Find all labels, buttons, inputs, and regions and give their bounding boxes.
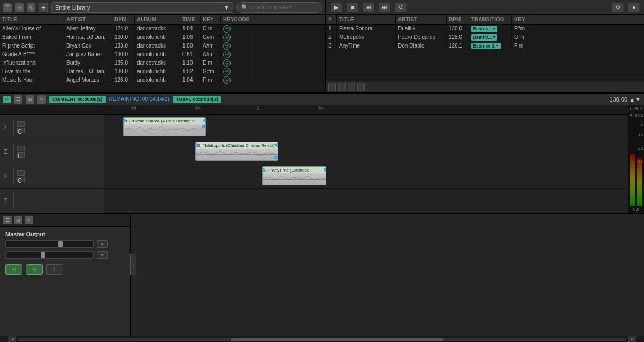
clip-1[interactable]: 1 - "Fiesta Sonora (A.Paul Remix)" b xyxy=(123,117,206,136)
bottom-scrollbar[interactable]: ◀ ▶ xyxy=(0,336,644,342)
beatmix-button[interactable]: Beatmi... ▼ xyxy=(471,26,497,32)
track-sigma-icon-2: Σ xyxy=(2,148,10,156)
tl-list-icon[interactable]: ☰ xyxy=(14,95,22,104)
transport-bar: ▶ ■ ⏮ ⏭ ↺ ⚙ ● xyxy=(326,0,644,15)
beatmix-button[interactable]: Beatmix & ▼ xyxy=(471,43,501,49)
track-solo-2[interactable]: C xyxy=(17,152,25,158)
slider-dropdown-1[interactable]: ▼ xyxy=(97,240,108,248)
timeline-icon[interactable]: C xyxy=(3,96,11,103)
col-header-artist: ARTIST xyxy=(64,15,112,24)
clip-2-bottom-dot[interactable] xyxy=(274,156,278,159)
timeline-content: 64 64 0 64 Σ C xyxy=(0,105,644,213)
loop-button[interactable]: ↺ xyxy=(395,3,407,12)
bottom-scroll-left[interactable]: ◀ xyxy=(8,336,16,343)
settings-button[interactable]: ⚙ xyxy=(612,3,624,12)
track-sigma-icon-1: Σ xyxy=(2,123,10,131)
master-slider-2[interactable] xyxy=(5,251,94,259)
track-area-1[interactable]: 1 - "Fiesta Sonora (A.Paul Remix)" b xyxy=(104,115,628,139)
grid-icon[interactable]: ⊞ xyxy=(15,3,24,12)
track-solo-3[interactable]: C xyxy=(17,177,25,182)
meter-bar-r xyxy=(637,158,642,206)
panel-expand-button[interactable]: ‹ xyxy=(130,254,136,275)
bottom-section: ☰ ⊞ ✎ Master Output ▼ ▼ ●| ●| ||| xyxy=(0,214,644,339)
mixer-edit-icon[interactable]: ✎ xyxy=(25,216,33,224)
options-button[interactable]: ● xyxy=(628,3,640,12)
mixer-grid-icon[interactable]: ⊞ xyxy=(14,216,22,224)
track-area-2[interactable]: 2 - "Metropolis (Christian Cimbas Remix)… xyxy=(104,139,628,164)
tl-edit-icon[interactable]: ✎ xyxy=(37,95,46,104)
library-row[interactable]: Baked From Hatiras, DJ Dan, 130.0 audiol… xyxy=(0,33,325,42)
library-table: TITLE ARTIST BPM ALBUM TIME KEY KEYCODE … xyxy=(0,15,325,92)
track-area-3[interactable]: 3 - "AnyTime (Extended... xyxy=(104,164,628,188)
footer-btn-1[interactable] xyxy=(328,83,336,91)
footer-btn-3[interactable] xyxy=(348,83,355,91)
clip-1-end-top-dot[interactable] xyxy=(203,119,206,122)
clip-1-header: 1 - "Fiesta Sonora (A.Paul Remix)" b xyxy=(124,118,205,124)
playlist-row[interactable]: 1 Fiesta Sonora Dualitik 130.0 Beatmi...… xyxy=(326,25,644,33)
playlist-table: # TITLE ARTIST BPM TRANSITION KEY 1 Fies… xyxy=(326,15,644,81)
library-row[interactable]: Allen's House of Allen Jeffrey 124.0 dan… xyxy=(0,25,325,33)
track-sigma-icon-4: Σ xyxy=(2,197,10,205)
library-row[interactable]: Flip the Script Bryan Cox 133.0 dancetra… xyxy=(0,42,325,50)
mixer-controls: ▼ ▼ ●| ●| ||| xyxy=(0,237,130,278)
master-slider-1[interactable] xyxy=(5,240,94,248)
meter-db-value: 0.0 xyxy=(632,206,640,213)
table-header: TITLE ARTIST BPM ALBUM TIME KEY KEYCODE xyxy=(0,15,325,25)
beatmix-button[interactable]: Beatmi... ▼ xyxy=(471,34,497,41)
timeline-bpm: 130.00 ▲▼ xyxy=(610,96,641,103)
clip-3-end-dot[interactable] xyxy=(324,168,326,172)
playlist-row[interactable]: 2 Metropolis Pedro Delgardo 128.0 Beatmi… xyxy=(326,33,644,42)
slider-thumb-1[interactable] xyxy=(58,241,63,247)
keycode-icon: ◎ xyxy=(223,25,231,33)
clip-1-waveform xyxy=(124,124,205,136)
track-controls-2: Σ C xyxy=(0,139,104,164)
footer-btn-4[interactable] xyxy=(357,83,365,91)
ctrl-btn-3[interactable]: ||| xyxy=(46,264,63,275)
keycode-icon: ◎ xyxy=(223,76,231,84)
mixer-list-icon[interactable]: ☰ xyxy=(3,216,12,224)
slider-thumb-2[interactable] xyxy=(41,252,45,258)
clip-3[interactable]: 3 - "AnyTime (Extended... xyxy=(262,166,326,185)
track-area-4[interactable] xyxy=(104,189,628,213)
keycode-icon: ◎ xyxy=(223,68,231,75)
total-time: TOTAL 00:14:14(3) xyxy=(173,96,221,103)
playlist-panel: ▶ ■ ⏮ ⏭ ↺ ⚙ ● # TITLE ARTIST BPM TRANSIT… xyxy=(326,0,644,92)
footer-btn-2[interactable] xyxy=(338,83,346,91)
library-row[interactable]: Influenzational Burdy 135.0 dancetracks … xyxy=(0,59,325,67)
search-box[interactable]: 🔍 SEARCH LIBRARY xyxy=(236,2,322,13)
tl-grid-icon[interactable]: ⊞ xyxy=(26,95,34,104)
clip-1-end-dot[interactable] xyxy=(202,125,205,129)
play-button[interactable]: ▶ xyxy=(331,3,342,12)
edit-icon[interactable]: ✎ xyxy=(27,3,35,12)
list-icon[interactable]: ☰ xyxy=(3,3,12,12)
bottom-scroll-right[interactable]: ▶ xyxy=(628,336,636,343)
keycode-icon: ◎ xyxy=(223,42,231,50)
track-solo-1[interactable]: C xyxy=(17,128,25,133)
bottom-scrollbar-thumb[interactable] xyxy=(231,338,444,341)
track-controls-3: Σ C xyxy=(0,164,104,188)
library-row[interactable]: Love for the Hatiras, DJ Dan, 130.0 audi… xyxy=(0,67,325,76)
track-mute-2[interactable] xyxy=(17,146,25,151)
next-button[interactable]: ⏭ xyxy=(379,3,390,12)
meter-r-label: R -36.0 xyxy=(628,112,644,119)
clip-3-header: 3 - "AnyTime (Extended... xyxy=(263,167,326,173)
clip-2[interactable]: 2 - "Metropolis (Christian Cimbas Remix)… xyxy=(195,142,278,161)
stop-button[interactable]: ■ xyxy=(347,3,358,12)
prev-button[interactable]: ⏮ xyxy=(363,3,374,12)
add-track-button[interactable]: + xyxy=(39,3,48,12)
track-lane-3: Σ C 3 - "AnyTime (Extended... xyxy=(0,164,628,189)
track-mute-1[interactable] xyxy=(17,121,25,127)
slider-dropdown-2[interactable]: ▼ xyxy=(97,251,108,259)
track-mute-3[interactable] xyxy=(17,170,25,176)
clip-2-header: 2 - "Metropolis (Christian Cimbas Remix)… xyxy=(196,142,278,149)
clip-2-end-dot[interactable] xyxy=(275,143,278,147)
library-dropdown[interactable]: Entire Library ▼ xyxy=(51,2,233,13)
library-row[interactable]: Grade A B**** Jacquez Bauer 130.0 audiol… xyxy=(0,50,325,59)
playlist-footer xyxy=(326,81,644,92)
playlist-row[interactable]: 3 AnyTime Don Diablo 126.1 Beatmix & ▼ F… xyxy=(326,42,644,50)
ctrl-btn-1[interactable]: ●| xyxy=(5,264,22,275)
col-header-album: ALBUM xyxy=(135,15,180,24)
ctrl-btn-2[interactable]: ●| xyxy=(26,264,43,275)
ph-bpm: BPM xyxy=(447,15,469,24)
library-row[interactable]: Music Is Your Angel Moraes 126.0 audiolu… xyxy=(0,76,325,84)
